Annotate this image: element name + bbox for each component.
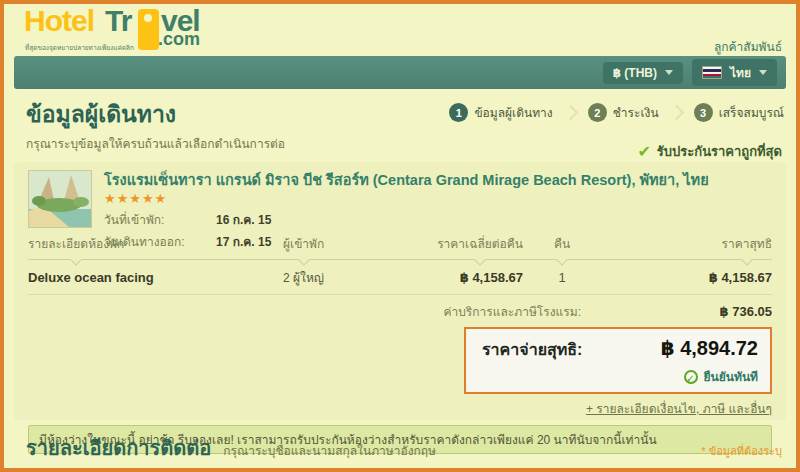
chevron-right-icon [668,105,684,121]
chevron-down-icon [759,70,767,75]
best-price-guarantee: ✔ รับประกันราคาถูกที่สุด [637,141,782,162]
header-avg-per-night: ราคาเฉลี่ยต่อคืน [437,234,523,253]
logo-text-com: .com [158,29,200,50]
checkin-label: วันที่เข้าพัก: [104,210,216,229]
circle-check-icon: ✓ [684,370,698,384]
tax-label: ค่าบริการและภาษีโรงแรม: [443,302,581,321]
thai-flag-icon [702,66,722,79]
language-dropdown[interactable]: ไทย [692,59,777,86]
customer-relations-link[interactable]: ลูกค้าสัมพันธ์ [714,37,782,56]
header-room-details: รายละเอียดห้องพัก [28,234,124,253]
tax-value: ฿ 736.05 [581,304,772,319]
door-hanger-icon [138,9,159,50]
room-type: Deluxe ocean facing [28,270,283,285]
booking-page: Hotel Tr vel .com ที่สุดของจุดหมายปลายทา… [0,0,800,472]
table-row: Deluxe ocean facing 2 ผู้ใหญ่ ฿ 4,158.67… [28,260,772,295]
nights-value: 1 [523,270,601,285]
language-value: ไทย [730,63,751,82]
tax-row: ค่าบริการและภาษีโรงแรม: ฿ 736.05 [28,295,772,327]
step-number: 1 [449,103,468,122]
hotel-name: โรงแรมเซ็นทารา แกรนด์ มิราจ บีช รีสอร์ท … [104,171,772,207]
step-payment[interactable]: 2 ชำระเงิน [588,103,659,122]
step-label: ชำระเงิน [613,103,659,122]
logo-tagline: ที่สุดของจุดหมายปลายทางเพียงแค่คลิก [25,43,134,53]
contact-title: รายละเอียดการติดต่อ [26,432,211,464]
page-subtitle: กรุณาระบุข้อมูลให้ครบถ้วนแล้วเลือกดำเนิน… [26,134,285,153]
step-label: ข้อมูลผู้เดินทาง [474,103,552,122]
currency-dropdown[interactable]: ฿ (THB) [603,62,683,84]
step-number: 2 [588,103,607,122]
checkin-row: วันที่เข้าพัก: 16 ก.ค. 15 [104,210,772,229]
settings-bar: ฿ (THB) ไทย [14,56,786,89]
booking-summary-panel: โรงแรมเซ็นทารา แกรนด์ มิราจ บีช รีสอร์ท … [14,162,786,420]
guests-value: 2 ผู้ใหญ่ [283,268,398,287]
chevron-right-icon [562,105,578,121]
step-traveler-info[interactable]: 1 ข้อมูลผู้เดินทาง [449,103,552,122]
step-complete[interactable]: 3 เสร็จสมบูรณ์ [694,103,784,122]
total-price-box: ราคาจ่ายสุทธิ: ฿ 4,894.72 ✓ ยืนยันทันที [464,327,772,394]
contact-hint: กรุณาระบุชื่อและนามสกุลในภาษาอังกฤษ [223,441,436,460]
avg-price-value: ฿ 4,158.67 [398,270,523,285]
hotel-summary: โรงแรมเซ็นทารา แกรนด์ มิราจ บีช รีสอร์ท … [28,170,772,230]
net-price-value: ฿ 4,158.67 [601,270,772,285]
total-label: ราคาจ่ายสุทธิ: [482,337,582,362]
checkin-date: 16 ก.ค. 15 [216,210,271,229]
check-icon: ✔ [637,142,650,161]
step-label: เสร็จสมบูรณ์ [719,103,784,122]
currency-value: ฿ (THB) [613,66,657,80]
page-title: ข้อมูลผู้เดินทาง [26,96,176,132]
header-net-price: ราคาสุทธิ [721,234,772,253]
header-nights: คืน [554,234,570,253]
hotel-thumbnail [28,170,92,228]
hoteltravel-logo[interactable]: Hotel Tr vel .com ที่สุดของจุดหมายปลายทา… [24,4,224,56]
logo-text-hotel: Hotel [24,4,94,38]
step-number: 3 [694,103,713,122]
conditions-taxes-link[interactable]: + รายละเอียดเงื่อนไข, ภาษี และอื่นๆ [586,402,772,416]
chevron-down-icon [665,70,673,75]
contact-section-header: รายละเอียดการติดต่อ กรุณาระบุชื่อและนามส… [26,432,782,464]
total-value: ฿ 4,894.72 [661,336,758,360]
progress-steps: 1 ข้อมูลผู้เดินทาง 2 ชำระเงิน 3 เสร็จสมบ… [449,103,784,122]
logo-text-tr: Tr [105,4,131,38]
star-rating: ★★★★★ [104,191,167,206]
guarantee-label: รับประกันราคาถูกที่สุด [657,141,782,162]
instant-confirm-label: ยืนยันทันที [704,367,759,386]
required-fields-note: * ข้อมูลที่ต้องระบุ [701,442,782,460]
instant-confirmation: ✓ ยืนยันทันที [482,367,758,386]
booking-table-header: รายละเอียดห้องพัก ผู้เข้าพัก ราคาเฉลี่ยต… [28,234,772,260]
header-guests: ผู้เข้าพัก [283,234,324,253]
